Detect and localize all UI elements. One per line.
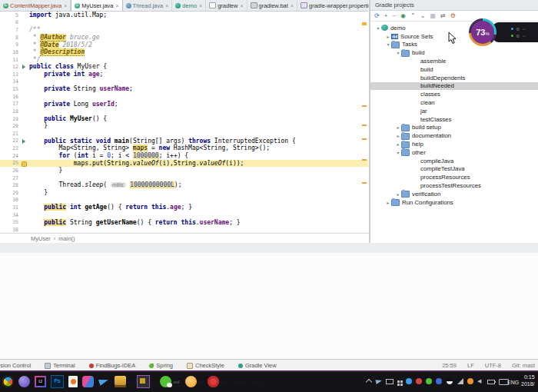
line-number[interactable]: 38 <box>0 227 21 233</box>
code-line[interactable]: 27 <box>0 174 368 182</box>
tree-item-classes[interactable]: classes <box>370 90 538 98</box>
tree-item-processtestresources[interactable]: processTestResources <box>370 181 538 190</box>
line-number[interactable]: 30 <box>0 197 21 203</box>
tab-myuser-java[interactable]: MyUser.java× <box>71 0 122 11</box>
line-number[interactable]: 13 <box>0 71 21 78</box>
line-number[interactable]: 15 <box>0 86 21 92</box>
line-number[interactable]: 10 <box>0 49 21 55</box>
gutter-cell[interactable] <box>21 42 29 49</box>
tray-app-blue-icon[interactable] <box>406 378 412 384</box>
run-method-icon[interactable] <box>22 139 25 144</box>
taskbar-app-more-window[interactable]: · · · · <box>232 376 245 387</box>
line-number[interactable]: 8 <box>0 35 21 41</box>
line-number[interactable]: 27 <box>0 175 21 181</box>
taskbar-app-more-window[interactable]: · · · <box>250 376 260 387</box>
chevron-icon[interactable]: ▸ <box>395 141 401 147</box>
code-line[interactable]: 6 <box>0 19 368 27</box>
tree-item-other[interactable]: ▾other <box>370 148 538 157</box>
gutter-cell[interactable] <box>21 19 29 27</box>
line-number[interactable]: 34 <box>0 212 21 218</box>
gutter-cell[interactable] <box>21 101 29 108</box>
recorder-progress-badge[interactable]: 73% <box>469 18 496 46</box>
gutter-cell[interactable] <box>21 26 29 34</box>
execute-icon[interactable]: ◉ <box>400 13 406 19</box>
toolwindow-button-findbugs-idea[interactable]: FindBugs-IDEA <box>89 362 136 369</box>
gutter-cell[interactable] <box>21 204 29 211</box>
gutter-cell[interactable] <box>21 12 29 19</box>
code-line[interactable]: 7/** <box>0 26 368 34</box>
file-encoding[interactable]: UTF-8 <box>485 362 501 369</box>
breadcrumb-class[interactable]: MyUser <box>31 235 51 242</box>
gutter-cell[interactable] <box>21 160 29 168</box>
gutter-cell[interactable] <box>21 219 29 227</box>
tray-app-red-icon[interactable] <box>416 378 422 384</box>
tray-plane-icon[interactable] <box>376 378 382 384</box>
tree-item-clean[interactable]: clean <box>370 98 538 107</box>
tab-close-icon[interactable]: × <box>240 3 243 8</box>
gutter-cell[interactable] <box>21 122 29 130</box>
tray-app-blue2-icon[interactable] <box>436 378 442 384</box>
code-line[interactable]: 9 * @Date 2018/5/2 <box>0 42 368 49</box>
chevron-icon[interactable]: ▾ <box>395 150 401 155</box>
gutter-cell[interactable] <box>21 138 29 145</box>
tab-thread-java[interactable]: Thread.java× <box>123 0 173 11</box>
line-number[interactable]: 19 <box>0 116 21 122</box>
code-line[interactable]: 21 <box>0 130 368 138</box>
gutter-cell[interactable] <box>21 174 29 182</box>
code-line[interactable]: 22 public static void main(String[] args… <box>0 138 368 145</box>
taskbar-app-chat-app[interactable] <box>82 376 94 387</box>
group-tasks-icon[interactable]: ▦ <box>430 13 436 19</box>
line-number[interactable]: 25 <box>0 160 21 166</box>
gear-icon[interactable]: ⚙ <box>516 33 520 38</box>
line-number[interactable]: 11 <box>0 57 21 63</box>
line-number[interactable]: 18 <box>0 108 21 115</box>
code-line[interactable]: 14 <box>0 78 368 86</box>
line-number[interactable]: 26 <box>0 168 21 174</box>
code-line[interactable]: 35 public String getUserName() { return … <box>0 219 368 227</box>
code-line[interactable]: 17 private Long userId; <box>0 101 368 108</box>
line-number[interactable]: 5 <box>0 12 21 18</box>
gutter-cell[interactable] <box>21 152 29 160</box>
tab-close-icon[interactable]: × <box>116 3 119 8</box>
gutter-cell[interactable] <box>21 78 29 86</box>
refresh-icon[interactable]: ⟳ <box>374 13 380 19</box>
code-line[interactable]: 11 */ <box>0 56 368 64</box>
code-line[interactable]: 24 for (int i = 0; i < 1000000; i++) { <box>0 152 368 160</box>
toolwindow-button-gradle-view[interactable]: Gradle View <box>238 362 277 369</box>
tray-windows-icon[interactable] <box>397 380 400 383</box>
line-number[interactable]: 12 <box>0 64 21 70</box>
bookmark-icon[interactable] <box>22 161 27 167</box>
tray-display-icon[interactable] <box>386 379 394 384</box>
code-line[interactable]: 20 } <box>0 122 368 130</box>
tree-item-verification[interactable]: ▸verification <box>370 190 538 198</box>
line-number[interactable]: 29 <box>0 190 21 196</box>
collapse-all-icon[interactable]: ⌃ <box>410 13 416 19</box>
tray-signal-icon[interactable] <box>457 378 463 384</box>
code-line[interactable]: 18 <box>0 108 368 115</box>
line-number[interactable]: 16 <box>0 94 21 100</box>
expand-all-icon[interactable]: ⌄ <box>420 13 426 19</box>
toggle-icon[interactable]: ⇄ <box>440 13 446 19</box>
code-line[interactable]: 16 <box>0 93 368 101</box>
gutter-cell[interactable] <box>21 167 29 174</box>
code-line[interactable]: 26 } <box>0 167 368 174</box>
gutter-cell[interactable] <box>21 130 29 138</box>
tray-volume-icon[interactable]: ◀ <box>477 378 483 384</box>
tray-app-green-icon[interactable] <box>426 378 432 384</box>
line-number[interactable]: 14 <box>0 78 21 85</box>
code-line[interactable]: 29 } <box>0 189 368 197</box>
line-number[interactable]: 22 <box>0 138 21 144</box>
line-number[interactable]: 24 <box>0 153 21 159</box>
gutter-cell[interactable] <box>21 211 29 219</box>
run-method-icon[interactable] <box>22 65 25 69</box>
chevron-icon[interactable]: ▸ <box>385 34 391 39</box>
tree-item-run-configurations[interactable]: ▸Run Configurations <box>370 198 538 207</box>
line-number[interactable]: 28 <box>0 182 21 188</box>
taskbar-clock[interactable]: 0:15 2018/ <box>521 374 535 387</box>
tree-item-builddependents[interactable]: buildDependents <box>370 74 538 82</box>
line-number[interactable]: 6 <box>0 19 21 25</box>
tab-gradlew[interactable]: gradlew× <box>206 0 247 11</box>
tab-contentmapper-java[interactable]: ContentMapper.java× <box>0 0 71 11</box>
gutter-cell[interactable] <box>21 226 29 233</box>
tree-item-compiletestjava[interactable]: compileTestJava <box>370 165 538 174</box>
